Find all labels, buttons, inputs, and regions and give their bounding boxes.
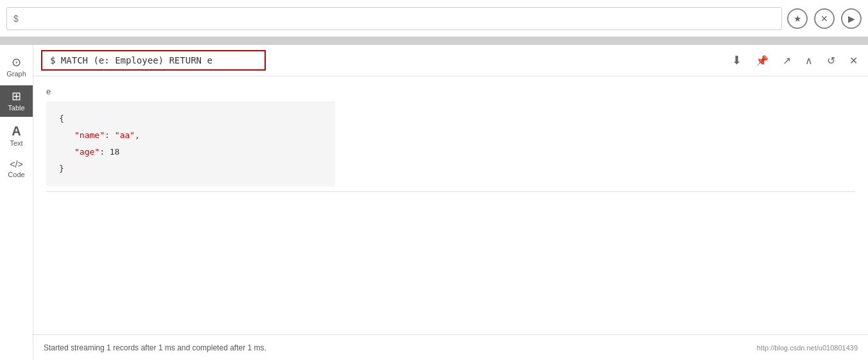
content-panel: $ MATCH (e: Employee) RETURN e ⬇ 📌 ↗ ∧ ↺… <box>33 45 868 360</box>
sidebar-item-text[interactable]: A Text <box>0 119 33 152</box>
json-key-age: "age" <box>74 147 100 157</box>
column-header: e <box>46 84 855 101</box>
json-name-row: "name": "aa", <box>59 127 322 144</box>
expand-icon[interactable]: ↗ <box>780 52 794 69</box>
status-link: http://blog.csdn.net/u010801439 <box>757 344 858 352</box>
results-area: e { "name": "aa", "age": 18 } <box>33 76 868 334</box>
json-age-row: "age": 18 <box>59 144 322 160</box>
download-icon[interactable]: ⬇ <box>729 51 744 70</box>
sidebar-item-graph[interactable]: ⊙ Graph <box>0 51 33 83</box>
sidebar-item-table[interactable]: ⊞ Table <box>0 85 33 117</box>
query-actions: ⬇ 📌 ↗ ∧ ↺ ✕ <box>729 51 860 70</box>
refresh-icon[interactable]: ↺ <box>824 52 838 69</box>
result-card: { "name": "aa", "age": 18 } <box>46 101 335 186</box>
star-button[interactable]: ★ <box>787 8 808 29</box>
play-icon: ▶ <box>848 13 855 24</box>
json-value-age: 18 <box>110 147 120 157</box>
close-button[interactable]: ✕ <box>814 8 835 29</box>
gray-separator <box>0 37 868 45</box>
result-divider <box>46 191 855 192</box>
top-icons: ★ ✕ ▶ <box>787 8 862 29</box>
sidebar-item-code[interactable]: </> Code <box>0 155 33 184</box>
up-icon[interactable]: ∧ <box>803 52 815 69</box>
pin-icon[interactable]: 📌 <box>753 52 771 69</box>
sidebar-label-text: Text <box>10 139 22 147</box>
query-input[interactable] <box>6 7 782 30</box>
sidebar-label-code: Code <box>8 171 24 178</box>
text-icon: A <box>12 124 21 137</box>
column-header-label: e <box>46 87 51 96</box>
query-text: $ MATCH (e: Employee) RETURN e <box>50 55 213 65</box>
json-value-name: "aa" <box>115 130 135 140</box>
close-icon: ✕ <box>820 13 828 24</box>
close-result-icon[interactable]: ✕ <box>847 52 860 69</box>
table-icon: ⊞ <box>12 90 21 102</box>
sidebar-label-table: Table <box>8 104 24 112</box>
sidebar: ⊙ Graph ⊞ Table A Text </> Code <box>0 45 33 360</box>
graph-icon: ⊙ <box>12 56 21 68</box>
json-key-name: "name" <box>74 130 105 140</box>
json-open-brace: { <box>59 110 322 127</box>
star-icon: ★ <box>794 13 802 24</box>
query-box: $ MATCH (e: Employee) RETURN e <box>41 50 266 71</box>
json-close-brace: } <box>59 160 322 177</box>
code-icon: </> <box>10 160 22 169</box>
main-area: ⊙ Graph ⊞ Table A Text </> Code $ MATCH … <box>0 45 868 360</box>
query-display-bar: $ MATCH (e: Employee) RETURN e ⬇ 📌 ↗ ∧ ↺… <box>33 45 868 76</box>
play-button[interactable]: ▶ <box>841 8 862 29</box>
sidebar-label-graph: Graph <box>6 70 26 78</box>
top-bar: ★ ✕ ▶ <box>0 0 868 37</box>
status-message: Started streaming 1 records after 1 ms a… <box>44 343 266 352</box>
status-bar: Started streaming 1 records after 1 ms a… <box>33 334 868 360</box>
